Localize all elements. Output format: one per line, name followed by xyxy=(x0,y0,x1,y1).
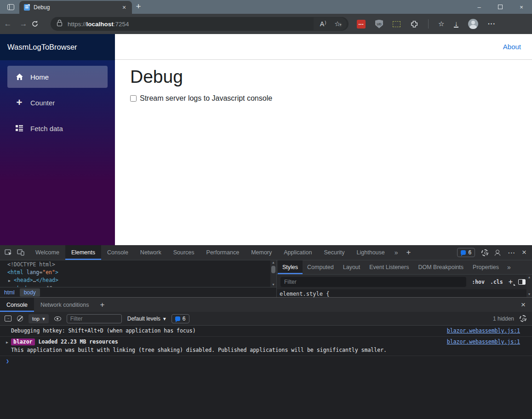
console-messages-badge[interactable]: 6 xyxy=(457,248,475,257)
maximize-button[interactable] xyxy=(490,0,511,14)
devtools-tab-network[interactable]: Network xyxy=(134,245,167,260)
devtools-tab-welcome[interactable]: Welcome xyxy=(29,245,65,260)
styles-filter-input[interactable] xyxy=(280,277,466,287)
scroll-down-icon[interactable]: ▼ xyxy=(528,292,531,297)
html-attr-value: "en" xyxy=(42,269,55,276)
devtools-tab-security[interactable]: Security xyxy=(318,245,350,260)
add-favorite-button[interactable]: ☆ xyxy=(331,20,344,28)
inspect-element-button[interactable] xyxy=(5,249,12,256)
sidebar-item-home[interactable]: Home xyxy=(7,66,108,88)
styles-tab-layout[interactable]: Layout xyxy=(338,260,365,274)
browser-tab[interactable]: Debug × xyxy=(19,1,132,14)
tab-title: Debug xyxy=(34,4,120,11)
console-settings-icon[interactable] xyxy=(520,315,526,322)
log-levels-select[interactable]: Default levels▾ xyxy=(127,316,166,322)
console-message[interactable]: ▶blazorLoaded 22.23 MB resources This ap… xyxy=(0,337,532,356)
drawer-tab-console[interactable]: Console xyxy=(0,298,34,312)
sidebar-nav: Home + Counter Fetch data xyxy=(0,60,115,139)
devtools-tab-console[interactable]: Console xyxy=(101,245,134,260)
downloads-button[interactable]: ↓ xyxy=(454,20,458,28)
styles-tab-dom-breakpoints[interactable]: DOM Breakpoints xyxy=(413,260,468,274)
devtools-menu-button[interactable]: ··· xyxy=(508,249,515,256)
console-sidebar-toggle-icon[interactable] xyxy=(5,316,11,321)
shield-extension-icon[interactable]: UD xyxy=(375,20,383,29)
profile-avatar[interactable] xyxy=(468,19,478,29)
address-bar[interactable]: https://localhost:7254 A ☆ xyxy=(51,17,349,31)
sidebar-item-counter[interactable]: + Counter xyxy=(7,92,108,114)
web-capture-icon[interactable] xyxy=(393,21,400,27)
collections-button[interactable]: ☆ xyxy=(438,20,444,28)
drawer-close: × xyxy=(521,298,532,312)
message-source-link[interactable]: blazor.webassembly.js:1 xyxy=(447,327,520,335)
refresh-button[interactable] xyxy=(31,20,47,28)
message-source-link[interactable]: blazor.webassembly.js:1 xyxy=(447,338,520,346)
tab-actions-button[interactable] xyxy=(4,1,17,13)
devtools-tab-memory[interactable]: Memory xyxy=(245,245,278,260)
add-tool-button[interactable]: + xyxy=(402,245,416,260)
more-tabs-button[interactable]: » xyxy=(391,245,402,260)
styles-tab-styles[interactable]: Styles xyxy=(278,260,303,274)
back-button[interactable]: ← xyxy=(0,19,16,29)
about-link[interactable]: About xyxy=(503,43,521,51)
styles-tab-event-listeners[interactable]: Event Listeners xyxy=(365,260,413,274)
devtools-tab-application[interactable]: Application xyxy=(278,245,318,260)
devtools-tab-performance[interactable]: Performance xyxy=(200,245,246,260)
dom-head-node[interactable]: ▶<head>…</head> xyxy=(7,276,270,285)
more-styles-tabs-button[interactable]: » xyxy=(503,260,515,274)
scrollbar-thumb[interactable] xyxy=(271,266,275,273)
console-count-badge[interactable]: 6 xyxy=(172,314,189,323)
drawer-tab-network-conditions[interactable]: Network conditions xyxy=(34,298,96,312)
devtools-close-icon[interactable]: × xyxy=(522,248,526,257)
computed-panel-toggle-icon[interactable] xyxy=(518,279,526,285)
element-style-rule[interactable]: element.style { xyxy=(277,289,532,297)
sidebar-item-fetch-data[interactable]: Fetch data xyxy=(7,117,108,139)
scroll-up-icon[interactable]: ▲ xyxy=(272,260,275,265)
clear-console-icon[interactable] xyxy=(17,316,23,321)
execution-context-select[interactable]: top▾ xyxy=(29,314,49,323)
devtools-settings-icon[interactable] xyxy=(481,249,488,256)
drawer-close-icon[interactable]: × xyxy=(521,300,526,310)
forward-button[interactable]: → xyxy=(16,19,31,29)
stream-logs-checkbox[interactable] xyxy=(130,95,137,102)
read-aloud-button[interactable]: A xyxy=(316,20,329,28)
password-manager-extension-icon[interactable]: ••• xyxy=(357,20,366,29)
breadcrumb-html[interactable]: html xyxy=(0,288,19,297)
console-filter-input[interactable] xyxy=(67,314,122,323)
sidebar-item-label: Counter xyxy=(30,99,55,107)
extensions-button[interactable] xyxy=(410,20,418,28)
dom-tree[interactable]: <!DOCTYPE html> <html lang="en"> ▶<head>… xyxy=(0,260,270,287)
console-drawer: Console Network conditions + × top▾ Defa… xyxy=(0,297,532,419)
add-drawer-tab-button[interactable]: + xyxy=(95,298,109,312)
new-tab-button[interactable]: + xyxy=(132,0,145,13)
dom-html-node[interactable]: <html lang="en"> xyxy=(7,269,270,276)
minimize-button[interactable]: – xyxy=(469,0,490,14)
dom-doctype[interactable]: <!DOCTYPE html> xyxy=(7,261,270,269)
toggle-hover-state-button[interactable]: :hov xyxy=(472,279,485,285)
styles-filter-row: :hov .cls + xyxy=(277,275,532,289)
devtools-tab-lighthouse[interactable]: Lighthouse xyxy=(351,245,391,260)
devtools-tab-sources[interactable]: Sources xyxy=(167,245,200,260)
toggle-class-button[interactable]: .cls xyxy=(490,279,503,285)
styles-tab-properties[interactable]: Properties xyxy=(468,260,503,274)
devtools-tab-elements[interactable]: Elements xyxy=(65,245,101,260)
expand-arrow-icon[interactable]: ▶ xyxy=(8,277,14,285)
app-brand: WasmLogToBrowser xyxy=(7,43,77,52)
console-message[interactable]: Debugging hotkey: Shift+Alt+D (when appl… xyxy=(0,326,532,337)
close-window-button[interactable]: × xyxy=(511,0,532,14)
scroll-down-icon[interactable]: ▼ xyxy=(272,282,275,287)
live-expression-eye-icon[interactable] xyxy=(54,316,61,321)
feedback-icon[interactable] xyxy=(495,249,502,256)
message-text: ▶blazorLoaded 22.23 MB resources This ap… xyxy=(11,338,447,354)
styles-scrollbar[interactable]: ▲ ▼ xyxy=(526,275,532,297)
breadcrumb-body[interactable]: body xyxy=(20,288,40,297)
scroll-up-icon[interactable]: ▲ xyxy=(528,275,531,280)
hidden-messages-label[interactable]: 1 hidden xyxy=(493,316,514,322)
console-prompt-row[interactable]: ❯ xyxy=(0,356,532,366)
browser-menu-button[interactable]: ··· xyxy=(488,20,496,28)
tab-close-icon[interactable]: × xyxy=(120,4,128,11)
expand-arrow-icon[interactable]: ▶ xyxy=(6,339,11,346)
dom-scrollbar[interactable]: ▲ ▼ xyxy=(270,260,276,287)
new-style-rule-button[interactable]: + xyxy=(509,278,513,286)
device-toolbar-button[interactable] xyxy=(17,249,25,256)
styles-tab-computed[interactable]: Computed xyxy=(303,260,338,274)
